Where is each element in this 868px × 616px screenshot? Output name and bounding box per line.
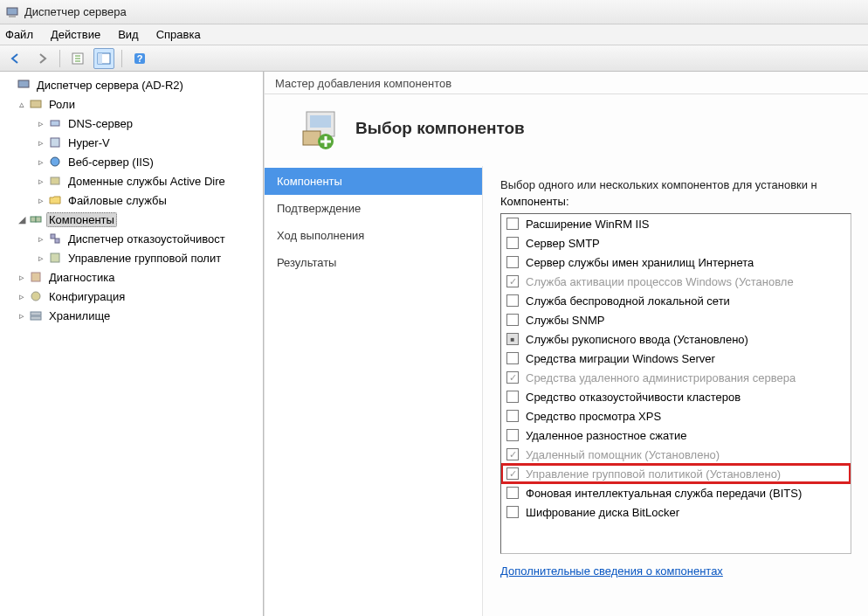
feature-label: Служба беспроводной локальной сети: [526, 294, 730, 308]
svg-point-11: [51, 157, 59, 166]
tree-fileservices[interactable]: ▹ Файловые службы: [0, 190, 263, 210]
forward-button[interactable]: [31, 48, 52, 69]
wizard-step-results[interactable]: Результаты: [265, 249, 482, 276]
add-features-wizard: Мастер добавления компонентов Выбор комп…: [264, 72, 868, 616]
refresh-button[interactable]: [67, 48, 88, 69]
menu-file[interactable]: Файл: [5, 28, 33, 41]
feature-item[interactable]: Средство отказоустойчивости кластеров: [501, 387, 851, 406]
collapse-icon[interactable]: ◢: [16, 214, 28, 225]
expand-icon[interactable]: ▹: [35, 118, 47, 129]
tree-label: Конфигурация: [46, 289, 127, 304]
tree-components[interactable]: ◢ Компоненты: [0, 210, 263, 229]
navigation-tree[interactable]: Диспетчер сервера (AD-R2) ▵ Роли ▹ DNS-с…: [0, 75, 263, 325]
expand-icon[interactable]: ▹: [35, 176, 47, 187]
expand-icon[interactable]: ▹: [35, 156, 47, 168]
tree-hyperv[interactable]: ▹ Hyper-V: [0, 133, 263, 152]
svg-rect-7: [18, 80, 29, 87]
features-listbox[interactable]: Расширение WinRM IISСервер SMTPСервер сл…: [500, 213, 851, 554]
expand-icon[interactable]: ▹: [16, 272, 28, 283]
svg-rect-15: [51, 234, 55, 239]
feature-checkbox[interactable]: [506, 237, 519, 249]
feature-item[interactable]: Сервер SMTP: [501, 233, 851, 253]
properties-button[interactable]: [93, 48, 114, 69]
feature-checkbox[interactable]: [506, 294, 519, 307]
expand-icon[interactable]: ▹: [35, 195, 47, 206]
wizard-title: Мастер добавления компонентов: [265, 72, 868, 94]
tree-label: Диагностика: [46, 270, 117, 285]
feature-item[interactable]: Фоновая интеллектуальная служба передачи…: [501, 483, 851, 502]
feature-checkbox[interactable]: [506, 429, 519, 441]
expand-icon[interactable]: ▹: [35, 253, 47, 264]
feature-item[interactable]: Службы SNMP: [501, 310, 851, 329]
wizard-step-components[interactable]: Компоненты: [265, 168, 482, 195]
feature-item[interactable]: Удаленное разностное сжатие: [501, 426, 851, 445]
feature-checkbox[interactable]: [506, 448, 519, 460]
feature-item[interactable]: Шифрование диска BitLocker: [501, 502, 851, 522]
feature-checkbox[interactable]: [506, 391, 519, 403]
feature-checkbox[interactable]: [506, 352, 519, 364]
collapse-icon[interactable]: ▵: [16, 99, 28, 110]
feature-checkbox[interactable]: [506, 275, 519, 287]
wizard-step-progress[interactable]: Ход выполнения: [265, 222, 482, 249]
tree-label: Файловые службы: [65, 193, 169, 208]
wizard-step-confirm[interactable]: Подтверждение: [265, 195, 482, 222]
feature-label: Средство отказоустойчивости кластеров: [526, 391, 741, 404]
feature-checkbox[interactable]: [506, 333, 519, 345]
window-titlebar: Диспетчер сервера: [0, 0, 868, 24]
feature-item[interactable]: Средства миграции Windows Server: [501, 349, 851, 368]
feature-item[interactable]: Служба активации процессов Windows (Уста…: [501, 272, 851, 291]
svg-rect-12: [51, 177, 59, 184]
feature-label: Средство просмотра XPS: [526, 410, 661, 423]
feature-item[interactable]: Средство просмотра XPS: [501, 406, 851, 426]
tree-storage[interactable]: ▹ Хранилище: [0, 306, 263, 325]
menu-help[interactable]: Справка: [156, 28, 201, 41]
feature-label: Средства миграции Windows Server: [526, 352, 715, 365]
feature-item[interactable]: Расширение WinRM IIS: [501, 214, 851, 233]
feature-item[interactable]: Средства удаленного администрирования се…: [501, 368, 851, 387]
window-title: Диспетчер сервера: [24, 5, 127, 18]
diagnostics-icon: [28, 270, 44, 284]
tree-roles[interactable]: ▵ Роли: [0, 94, 263, 114]
feature-checkbox[interactable]: [506, 467, 519, 480]
tree-gpm[interactable]: ▹ Управление групповой полит: [0, 248, 263, 267]
feature-label: Расширение WinRM IIS: [526, 218, 650, 231]
help-button[interactable]: ?: [129, 48, 150, 69]
feature-checkbox[interactable]: [506, 487, 519, 499]
feature-checkbox[interactable]: [506, 314, 519, 326]
tree-label: Доменные службы Active Dire: [65, 174, 228, 189]
feature-item[interactable]: Служба беспроводной локальной сети: [501, 291, 851, 310]
svg-rect-13: [31, 217, 36, 222]
feature-item[interactable]: Управление групповой политикой (Установл…: [501, 464, 851, 483]
svg-rect-23: [310, 115, 331, 128]
tree-ad[interactable]: ▹ Доменные службы Active Dire: [0, 171, 263, 190]
expand-icon[interactable]: ▹: [16, 291, 28, 302]
feature-item[interactable]: Удаленный помощник (Установлено): [501, 445, 851, 464]
menu-view[interactable]: Вид: [118, 28, 139, 41]
tree-label: Диспетчер сервера (AD-R2): [34, 78, 186, 93]
tree-config[interactable]: ▹ Конфигурация: [0, 287, 263, 306]
feature-label: Управление групповой политикой (Установл…: [526, 467, 781, 481]
roles-icon: [28, 97, 44, 111]
tree-root[interactable]: Диспетчер сервера (AD-R2): [0, 75, 263, 94]
feature-checkbox[interactable]: [506, 256, 519, 268]
tree-iis[interactable]: ▹ Веб-сервер (IIS): [0, 152, 263, 171]
expand-icon[interactable]: ▹: [16, 310, 28, 322]
tree-label: Компоненты: [46, 212, 117, 227]
features-list-label: Компоненты:: [500, 195, 868, 208]
back-button[interactable]: [5, 48, 26, 69]
feature-checkbox[interactable]: [506, 410, 519, 422]
toolbar-separator: [121, 50, 122, 67]
tree-failover[interactable]: ▹ Диспетчер отказоустойчивост: [0, 229, 263, 248]
feature-checkbox[interactable]: [506, 506, 519, 518]
feature-checkbox[interactable]: [506, 371, 519, 384]
tree-dns[interactable]: ▹ DNS-сервер: [0, 114, 263, 133]
expand-icon[interactable]: ▹: [35, 233, 47, 245]
feature-checkbox[interactable]: [506, 218, 519, 230]
menu-action[interactable]: Действие: [51, 28, 100, 41]
feature-label: Сервер SMTP: [526, 237, 600, 250]
tree-diagnostics[interactable]: ▹ Диагностика: [0, 267, 263, 287]
more-info-link[interactable]: Дополнительные сведения о компонентах: [500, 564, 868, 578]
expand-icon[interactable]: ▹: [35, 137, 47, 149]
feature-item[interactable]: Службы рукописного ввода (Установлено): [501, 329, 851, 349]
feature-item[interactable]: Сервер службы имен хранилищ Интернета: [501, 253, 851, 272]
